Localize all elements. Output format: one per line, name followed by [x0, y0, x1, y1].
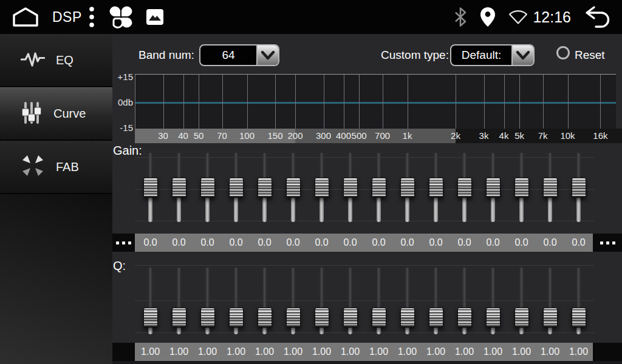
slider-thumb[interactable] — [286, 308, 301, 328]
sidebar-item-label: Curve — [53, 107, 86, 121]
slider-thumb[interactable] — [258, 308, 272, 328]
slider-thumb[interactable] — [372, 308, 386, 328]
band-value: 0.0 — [258, 234, 271, 252]
sidebar: EQ Curve FAB — [0, 34, 112, 364]
band-slider[interactable] — [200, 150, 215, 224]
band-value: 0.0 — [372, 234, 385, 252]
slider-thumb[interactable] — [457, 178, 472, 198]
band-slider[interactable] — [143, 265, 158, 337]
reset-label: Reset — [575, 49, 605, 62]
slider-thumb[interactable] — [315, 178, 329, 198]
slider-thumb[interactable] — [372, 178, 386, 198]
reset-radio[interactable] — [556, 46, 570, 59]
overflow-menu-icon[interactable] — [88, 5, 95, 29]
bottom-edge — [112, 361, 622, 364]
band-slider[interactable] — [258, 265, 272, 337]
slider-thumb[interactable] — [172, 308, 186, 328]
band-value: 1.00 — [398, 343, 417, 361]
ellipsis-icon[interactable] — [112, 234, 135, 252]
band-slider[interactable] — [343, 265, 358, 337]
band-slider[interactable] — [457, 265, 472, 337]
slider-thumb[interactable] — [286, 178, 301, 198]
slider-thumb[interactable] — [229, 308, 244, 328]
band-num-dropdown[interactable]: 64 — [199, 44, 279, 66]
band-slider[interactable] — [315, 265, 329, 337]
band-slider[interactable] — [315, 150, 329, 224]
band-slider[interactable] — [486, 150, 501, 224]
band-slider[interactable] — [543, 150, 558, 224]
band-slider[interactable] — [229, 150, 244, 224]
band-slider[interactable] — [457, 150, 472, 224]
slider-thumb[interactable] — [486, 178, 501, 198]
slider-thumb[interactable] — [572, 178, 586, 198]
band-value: 0.0 — [400, 234, 414, 252]
band-slider[interactable] — [258, 150, 272, 224]
sidebar-item-eq[interactable]: EQ — [0, 34, 112, 87]
gridline — [568, 75, 569, 129]
y-axis-label: -15 — [112, 123, 133, 133]
band-slider[interactable] — [429, 265, 443, 337]
band-slider[interactable] — [572, 150, 586, 224]
slider-thumb[interactable] — [200, 178, 215, 198]
back-icon[interactable] — [579, 5, 611, 29]
band-slider[interactable] — [400, 150, 415, 224]
band-value: 0.0 — [457, 234, 471, 252]
band-slider[interactable] — [400, 265, 415, 337]
q-sliders — [135, 265, 594, 337]
sidebar-item-fab[interactable]: FAB — [0, 141, 112, 194]
slider-thumb[interactable] — [143, 178, 158, 198]
freq-tick-label: 400 — [336, 129, 351, 143]
band-slider[interactable] — [372, 265, 386, 337]
slider-thumb[interactable] — [572, 308, 586, 328]
custom-type-label: Custom type: — [381, 49, 449, 62]
band-slider[interactable] — [486, 265, 501, 337]
slider-thumb[interactable] — [429, 178, 443, 198]
slider-thumb[interactable] — [229, 178, 244, 198]
band-slider[interactable] — [286, 265, 301, 337]
band-slider[interactable] — [372, 150, 386, 224]
band-slider[interactable] — [514, 150, 529, 224]
slider-thumb[interactable] — [429, 308, 443, 328]
slider-thumb[interactable] — [514, 308, 529, 328]
band-slider[interactable] — [229, 265, 244, 337]
band-slider[interactable] — [343, 150, 358, 224]
home-icon[interactable] — [11, 6, 40, 28]
band-slider[interactable] — [514, 265, 529, 337]
band-value: 1.00 — [169, 343, 188, 361]
slider-thumb[interactable] — [258, 178, 272, 198]
slider-thumb[interactable] — [343, 178, 358, 198]
slider-thumb[interactable] — [543, 308, 558, 328]
custom-type-dropdown[interactable]: Default: — [450, 44, 535, 66]
gallery-icon[interactable] — [146, 9, 163, 25]
slider-thumb[interactable] — [400, 308, 415, 328]
band-slider[interactable] — [172, 265, 186, 337]
band-slider[interactable] — [172, 150, 186, 224]
sidebar-item-curve[interactable]: Curve — [0, 87, 112, 141]
gridline — [543, 75, 544, 129]
slider-thumb[interactable] — [172, 178, 186, 198]
band-value: 1.00 — [426, 343, 445, 361]
sidebar-item-label: FAB — [56, 160, 79, 174]
band-value: 1.00 — [455, 343, 474, 361]
sidebar-item-label: EQ — [56, 53, 73, 67]
band-slider[interactable] — [286, 150, 301, 224]
slider-thumb[interactable] — [343, 308, 358, 328]
chevron-down-icon[interactable] — [511, 46, 533, 65]
band-slider[interactable] — [429, 150, 443, 224]
slider-thumb[interactable] — [143, 308, 158, 328]
slider-thumb[interactable] — [400, 178, 415, 198]
gridline — [600, 75, 601, 129]
slider-thumb[interactable] — [315, 308, 329, 328]
apps-icon[interactable] — [109, 5, 133, 29]
band-slider[interactable] — [143, 150, 158, 224]
band-slider[interactable] — [572, 265, 586, 337]
band-slider[interactable] — [543, 265, 558, 337]
band-slider[interactable] — [200, 265, 215, 337]
chevron-down-icon[interactable] — [256, 46, 278, 65]
slider-thumb[interactable] — [200, 308, 215, 328]
ellipsis-icon[interactable] — [593, 234, 622, 252]
slider-thumb[interactable] — [514, 178, 529, 198]
slider-thumb[interactable] — [486, 308, 501, 328]
slider-thumb[interactable] — [543, 178, 558, 198]
slider-thumb[interactable] — [457, 308, 472, 328]
